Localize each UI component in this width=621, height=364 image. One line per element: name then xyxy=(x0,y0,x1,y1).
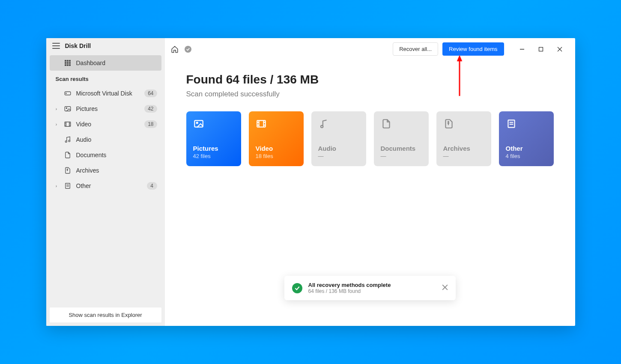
aud-icon xyxy=(318,118,329,129)
svg-rect-29 xyxy=(539,47,543,51)
oth-icon xyxy=(63,182,72,190)
toolbar: Recover all... Review found items xyxy=(165,38,575,60)
card-title: Other xyxy=(506,145,547,152)
count-badge: 42 xyxy=(144,105,157,113)
card-subtitle: 42 files xyxy=(193,153,234,159)
card-title: Documents xyxy=(381,145,422,152)
toast-close-button[interactable] xyxy=(442,284,448,292)
grid-icon xyxy=(63,60,72,66)
card-subtitle: — xyxy=(381,153,422,159)
maximize-button[interactable] xyxy=(531,43,550,56)
card-title: Video xyxy=(256,145,297,152)
page-title: Found 64 files / 136 MB xyxy=(186,73,554,87)
minimize-button[interactable] xyxy=(513,43,531,56)
svg-rect-8 xyxy=(69,64,71,66)
sidebar-header: Disk Drill xyxy=(46,38,165,54)
card-subtitle: 4 files xyxy=(506,153,547,159)
category-cards: Pictures42 filesVideo18 filesAudio—Docum… xyxy=(186,111,554,166)
svg-rect-7 xyxy=(67,64,69,66)
category-card-video[interactable]: Video18 files xyxy=(249,111,304,166)
card-title: Pictures xyxy=(193,145,234,152)
show-in-explorer-button[interactable]: Show scan results in Explorer xyxy=(50,307,161,322)
success-icon xyxy=(292,283,302,293)
svg-point-12 xyxy=(66,107,67,108)
sidebar-item-label: Dashboard xyxy=(76,60,157,66)
sidebar-item-audio[interactable]: Audio xyxy=(50,132,161,147)
pic-icon xyxy=(193,118,204,129)
check-badge-icon xyxy=(185,46,191,53)
close-button[interactable] xyxy=(550,43,569,56)
sidebar-section-header: Scan results xyxy=(50,71,161,86)
sidebar-item-label: Other xyxy=(76,182,143,189)
sidebar-list: Dashboard Scan results Microsoft Virtual… xyxy=(46,54,165,304)
sidebar: Disk Drill Dashboard Scan results Micros… xyxy=(46,38,165,326)
category-card-archives[interactable]: Archives— xyxy=(436,111,491,166)
svg-rect-2 xyxy=(69,60,71,62)
recover-all-button[interactable]: Recover all... xyxy=(393,42,438,56)
category-card-documents[interactable]: Documents— xyxy=(374,111,429,166)
vid-icon xyxy=(256,118,267,129)
app-window: Disk Drill Dashboard Scan results Micros… xyxy=(46,38,575,326)
svg-rect-4 xyxy=(67,62,69,64)
sidebar-item-archives[interactable]: Archives xyxy=(50,163,161,178)
doc-icon xyxy=(381,118,392,129)
svg-point-20 xyxy=(65,141,67,143)
window-controls xyxy=(513,43,569,56)
toast-title: All recovery methods complete xyxy=(308,282,436,288)
svg-rect-13 xyxy=(65,122,71,127)
oth-icon xyxy=(506,118,517,129)
svg-rect-6 xyxy=(65,64,66,66)
svg-rect-34 xyxy=(257,120,266,127)
chevron-right-icon: › xyxy=(54,107,59,111)
svg-rect-1 xyxy=(67,60,69,62)
svg-point-21 xyxy=(68,140,70,142)
toast-notification: All recovery methods complete 64 files /… xyxy=(284,276,456,300)
menu-icon[interactable] xyxy=(52,43,60,49)
card-title: Archives xyxy=(443,145,484,152)
review-found-items-button[interactable]: Review found items xyxy=(442,42,504,56)
svg-rect-25 xyxy=(65,183,70,188)
home-icon[interactable] xyxy=(171,45,179,53)
count-badge: 64 xyxy=(144,90,157,97)
svg-point-33 xyxy=(196,122,197,123)
main-area: Recover all... Review found items Found … xyxy=(165,38,575,326)
card-subtitle: — xyxy=(443,153,484,159)
svg-point-41 xyxy=(320,125,322,128)
aud-icon xyxy=(63,136,72,143)
sidebar-item-documents[interactable]: Documents xyxy=(50,147,161,163)
sidebar-item-pictures[interactable]: ›Pictures42 xyxy=(50,101,161,116)
count-badge: 4 xyxy=(147,182,157,190)
svg-point-10 xyxy=(66,93,66,94)
svg-rect-0 xyxy=(65,60,66,62)
arc-icon xyxy=(443,118,454,129)
sidebar-item-label: Archives xyxy=(76,167,157,174)
sidebar-item-label: Pictures xyxy=(76,105,140,112)
sidebar-item-microsoft-virtual-disk[interactable]: Microsoft Virtual Disk64 xyxy=(50,86,161,101)
chevron-right-icon: › xyxy=(54,122,59,127)
sidebar-item-label: Audio xyxy=(76,136,157,143)
svg-rect-5 xyxy=(69,62,71,64)
pic-icon xyxy=(63,105,72,113)
category-card-pictures[interactable]: Pictures42 files xyxy=(186,111,241,166)
page-subtitle: Scan completed successfully xyxy=(186,90,554,98)
svg-rect-3 xyxy=(65,62,66,64)
sidebar-item-label: Video xyxy=(76,121,140,128)
arc-icon xyxy=(63,167,72,174)
sidebar-item-label: Documents xyxy=(76,152,157,158)
app-title: Disk Drill xyxy=(65,42,91,49)
vid-icon xyxy=(63,120,72,128)
sidebar-item-label: Microsoft Virtual Disk xyxy=(76,90,140,97)
category-card-audio[interactable]: Audio— xyxy=(311,111,366,166)
sidebar-item-other[interactable]: ›Other4 xyxy=(50,178,161,194)
disk-icon xyxy=(63,90,72,97)
card-subtitle: 18 files xyxy=(256,153,297,159)
category-card-other[interactable]: Other4 files xyxy=(499,111,554,166)
sidebar-item-dashboard[interactable]: Dashboard xyxy=(50,55,161,71)
card-title: Audio xyxy=(318,145,359,152)
card-subtitle: — xyxy=(318,153,359,159)
chevron-right-icon: › xyxy=(54,184,59,188)
toast-subtitle: 64 files / 136 MB found xyxy=(308,288,436,294)
sidebar-footer: Show scan results in Explorer xyxy=(46,304,165,326)
sidebar-item-video[interactable]: ›Video18 xyxy=(50,116,161,132)
doc-icon xyxy=(63,151,72,159)
